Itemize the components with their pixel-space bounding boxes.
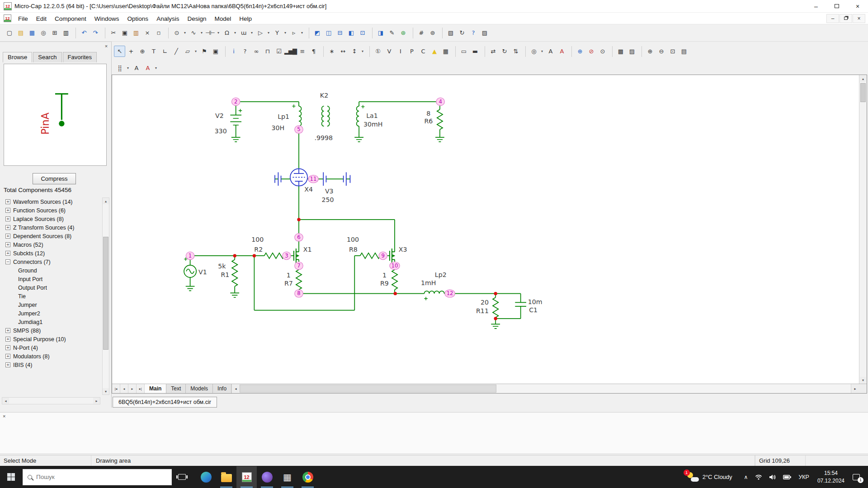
graphics-dropdown[interactable]: ▾ bbox=[193, 46, 198, 57]
tree-scrollbar-thumb[interactable] bbox=[103, 237, 108, 350]
toggle-icon[interactable]: ⊙ bbox=[597, 46, 608, 57]
mdi-close-button[interactable]: × bbox=[853, 14, 865, 23]
node-numbers-icon[interactable]: ① bbox=[372, 46, 383, 57]
text-mode-icon[interactable]: T bbox=[148, 46, 159, 57]
component-panel-icon[interactable]: ◨ bbox=[375, 27, 386, 38]
mode-icon[interactable]: ▧ bbox=[445, 27, 456, 38]
node-badge-5[interactable]: 5 bbox=[295, 126, 303, 133]
transformer-K2[interactable] bbox=[322, 106, 330, 126]
start-button[interactable] bbox=[0, 466, 22, 488]
scroll-right-icon[interactable]: ▸ bbox=[93, 398, 100, 404]
font-color2-dropdown[interactable]: ▾ bbox=[153, 62, 159, 74]
tab-scroll-first[interactable]: |◂ bbox=[112, 384, 120, 393]
scroll-left-icon[interactable]: ◂ bbox=[2, 398, 9, 404]
find-dropdown[interactable]: ▾ bbox=[539, 46, 545, 57]
info-mode-icon[interactable]: i bbox=[228, 46, 239, 57]
file-tab-active[interactable]: 6BQ5(6п14п)+2х6сп149+ист обм.cir bbox=[113, 397, 217, 408]
node-badge-9[interactable]: 9 bbox=[379, 252, 387, 259]
value-La1[interactable]: 30mH bbox=[363, 121, 382, 128]
value-C1[interactable]: 10m bbox=[528, 298, 542, 305]
wire-mode-icon[interactable]: ∟ bbox=[159, 46, 170, 57]
value-V2[interactable]: 330 bbox=[215, 127, 227, 135]
label-Lp1[interactable]: Lp1 bbox=[278, 113, 289, 120]
tile-vertical-icon[interactable]: ◫ bbox=[323, 27, 334, 38]
node-badge-7[interactable]: 7 bbox=[295, 262, 303, 269]
disable-icon[interactable]: ⊘ bbox=[585, 46, 597, 57]
window-close-button[interactable]: × bbox=[847, 0, 868, 13]
value-Lp1[interactable]: 30H bbox=[272, 124, 285, 131]
label-R1[interactable]: R1 bbox=[221, 271, 229, 278]
tree-item-jumdiag1[interactable]: Jumdiag1 bbox=[2, 318, 101, 326]
value-R7[interactable]: 1 bbox=[287, 272, 291, 279]
menu-component[interactable]: Component bbox=[51, 15, 90, 22]
menu-model[interactable]: Model bbox=[210, 15, 235, 22]
inductor-dropdown[interactable]: ▾ bbox=[249, 27, 255, 38]
resistor-R6[interactable] bbox=[437, 109, 443, 129]
tree-item-dependent-sources[interactable]: + Dependent Sources (8) bbox=[2, 232, 101, 240]
tree-item-macros[interactable]: + Macros (52) bbox=[2, 240, 101, 249]
tab-search[interactable]: Search bbox=[33, 52, 61, 62]
zoom-mode-icon[interactable]: ⊕ bbox=[137, 46, 148, 57]
mdi-minimize-button[interactable]: – bbox=[826, 14, 839, 23]
node-badge-11[interactable]: 11 bbox=[308, 175, 318, 183]
enable-icon[interactable]: ⊕ bbox=[574, 46, 585, 57]
compress-button[interactable]: Compress bbox=[33, 173, 76, 184]
resistor-dropdown[interactable]: ▾ bbox=[232, 27, 238, 38]
font-icon[interactable]: A bbox=[545, 46, 556, 57]
action-center-button[interactable]: 1 bbox=[853, 474, 860, 480]
copy-icon[interactable]: ▣ bbox=[119, 27, 130, 38]
canvas-scrollbar-thumb[interactable] bbox=[860, 83, 866, 102]
point-tag-icon[interactable]: ∗ bbox=[326, 46, 337, 57]
close-output-icon[interactable]: × bbox=[3, 413, 5, 419]
tile-horizontal-icon[interactable]: ⊟ bbox=[334, 27, 345, 38]
diagonal-wire-icon[interactable]: ╱ bbox=[170, 46, 182, 57]
save-file-icon[interactable]: ▦ bbox=[26, 27, 38, 38]
digital-path-icon[interactable]: ⊓ bbox=[262, 46, 273, 57]
tree-toggle-icon[interactable]: + bbox=[5, 216, 10, 221]
border-icon[interactable]: ▭ bbox=[458, 46, 469, 57]
label-R7[interactable]: R7 bbox=[284, 280, 293, 287]
tree-item-z-transform-sources[interactable]: + Z Transform Sources (4) bbox=[2, 223, 101, 232]
new-file-icon[interactable]: ▢ bbox=[4, 27, 15, 38]
scroll-up-icon[interactable]: ▴ bbox=[860, 75, 866, 82]
menu-design[interactable]: Design bbox=[183, 15, 210, 22]
tray-expand-icon[interactable]: ∧ bbox=[744, 474, 748, 480]
taskbar-clock[interactable]: 15:54 07.12.2024 bbox=[817, 469, 844, 484]
tree-item-connectors[interactable]: − Connectors (7) bbox=[2, 258, 101, 266]
paste-icon[interactable]: ▥ bbox=[130, 27, 142, 38]
tree-toggle-icon[interactable]: + bbox=[5, 328, 10, 333]
tree-item-function-sources[interactable]: + Function Sources (6) bbox=[2, 206, 101, 215]
tree-toggle-icon[interactable]: + bbox=[5, 337, 10, 342]
pin-connections-icon[interactable]: ▲ bbox=[429, 46, 440, 57]
find-file-icon[interactable]: ◎ bbox=[38, 27, 49, 38]
help-topics-icon[interactable]: ? bbox=[467, 27, 479, 38]
tree-toggle-icon[interactable]: − bbox=[5, 259, 10, 264]
cascade-windows-icon[interactable]: ◩ bbox=[311, 27, 323, 38]
menu-file[interactable]: File bbox=[14, 15, 32, 22]
node-badge-12[interactable]: 12 bbox=[445, 290, 455, 297]
find-icon[interactable]: ◎ bbox=[528, 46, 539, 57]
node-badge-4[interactable]: 4 bbox=[436, 98, 444, 105]
split-window-icon[interactable]: ◧ bbox=[345, 27, 357, 38]
scrollbar-track[interactable] bbox=[240, 384, 851, 393]
internet-icon[interactable]: ⊛ bbox=[397, 27, 409, 38]
value-R1[interactable]: 5k bbox=[218, 263, 226, 270]
tree-item-laplace-sources[interactable]: + Laplace Sources (8) bbox=[2, 215, 101, 223]
menu-help[interactable]: Help bbox=[235, 15, 256, 22]
battery-icon[interactable] bbox=[783, 475, 791, 479]
tree-item-special-purpose[interactable]: + Special Purpose (10) bbox=[2, 335, 101, 343]
conditions-icon[interactable]: C bbox=[417, 46, 429, 57]
label-V2[interactable]: V2 bbox=[215, 112, 224, 119]
resistor-R2[interactable] bbox=[264, 253, 284, 258]
menu-options[interactable]: Options bbox=[123, 15, 153, 22]
tree-toggle-icon[interactable]: + bbox=[5, 354, 10, 359]
page-tab-text[interactable]: Text bbox=[166, 384, 186, 393]
label-R11[interactable]: R11 bbox=[476, 307, 489, 314]
tree-item-tie[interactable]: Tie bbox=[2, 292, 101, 300]
value-R2[interactable]: 100 bbox=[251, 236, 264, 243]
resistor-R8[interactable] bbox=[360, 253, 380, 258]
inductor-Lp2[interactable] bbox=[424, 291, 444, 294]
taskbar-app-explorer[interactable] bbox=[216, 466, 236, 488]
language-indicator[interactable]: УКР bbox=[798, 474, 809, 480]
tree-toggle-icon[interactable]: + bbox=[5, 234, 10, 239]
